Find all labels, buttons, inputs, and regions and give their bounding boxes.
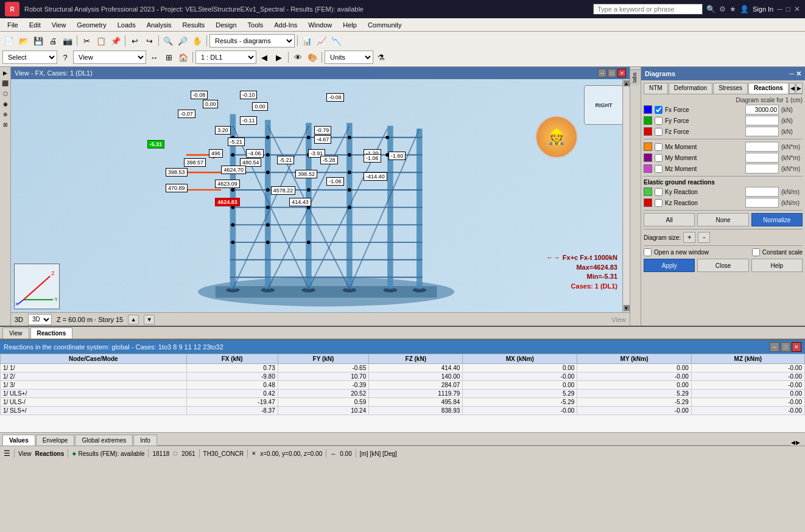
sheet-scroll-left[interactable]: ◀ <box>791 439 795 446</box>
tb-color[interactable]: 🎨 <box>306 51 319 64</box>
bottom-tab-view[interactable]: View <box>2 327 29 338</box>
tb-save[interactable]: 💾 <box>32 34 45 47</box>
fx-value-input[interactable] <box>745 105 779 114</box>
tb-screenshot[interactable]: 📷 <box>61 34 74 47</box>
menu-help[interactable]: Help <box>338 20 362 30</box>
tb-r1[interactable]: 📊 <box>300 34 314 47</box>
li-6[interactable]: ⊞ <box>1 120 10 130</box>
tb-zoom-in[interactable]: 🔍 <box>161 34 175 47</box>
tabs-label[interactable]: tabs <box>630 69 641 85</box>
fy-checkbox[interactable] <box>655 117 663 125</box>
minimize-btn[interactable]: ─ <box>777 5 782 13</box>
reactions-minimize-btn[interactable]: ─ <box>770 342 779 352</box>
apply-button[interactable]: Apply <box>644 259 695 272</box>
kz-checkbox[interactable] <box>655 199 663 207</box>
fy-value-input[interactable] <box>745 116 779 125</box>
tab-reactions[interactable]: Reactions <box>748 83 789 94</box>
mx-checkbox[interactable] <box>655 143 663 151</box>
menu-design[interactable]: Design <box>211 20 241 30</box>
my-value-input[interactable] <box>745 153 779 163</box>
tb-print[interactable]: 🖨 <box>46 34 60 47</box>
open-new-window-checkbox[interactable] <box>644 248 652 256</box>
maximize-btn[interactable]: □ <box>786 5 790 13</box>
li-2[interactable]: ⬛ <box>1 79 10 88</box>
view-minimize-btn[interactable]: ─ <box>598 69 606 77</box>
menu-window[interactable]: Window <box>303 20 337 30</box>
tb-help[interactable]: ? <box>58 51 72 64</box>
bottom-tab-reactions[interactable]: Reactions <box>30 327 73 338</box>
all-button[interactable]: All <box>644 213 695 226</box>
kz-value-input[interactable] <box>745 198 779 208</box>
tb-r2[interactable]: 📈 <box>315 34 328 47</box>
ky-value-input[interactable] <box>745 187 779 197</box>
view-maximize-btn[interactable]: □ <box>608 69 616 77</box>
constant-scale-checkbox[interactable] <box>752 248 760 256</box>
fx-checkbox[interactable] <box>655 106 663 114</box>
diag-minimize-btn[interactable]: ─ <box>789 70 794 78</box>
mz-checkbox[interactable] <box>655 165 663 173</box>
view-close-btn[interactable]: ✕ <box>617 69 626 77</box>
tb-redo[interactable]: ↪ <box>142 34 156 47</box>
menu-analysis[interactable]: Analysis <box>142 20 177 30</box>
menu-geometry[interactable]: Geometry <box>72 20 111 30</box>
fz-value-input[interactable] <box>745 127 779 136</box>
normalize-button[interactable]: Normalize <box>751 213 803 226</box>
tb-undo[interactable]: ↩ <box>128 34 141 47</box>
li-5[interactable]: ⊕ <box>1 110 10 119</box>
sheet-tab-envelope[interactable]: Envelope <box>36 435 75 446</box>
menu-edit[interactable]: Edit <box>24 20 46 30</box>
view-cube[interactable]: RIGHT <box>584 85 624 125</box>
sheet-tab-values[interactable]: Values <box>2 435 35 446</box>
search-input[interactable] <box>593 4 703 15</box>
tab-ntm[interactable]: NTM <box>644 83 668 94</box>
menu-file[interactable]: File <box>2 20 23 30</box>
ky-checkbox[interactable] <box>655 188 663 196</box>
mz-value-input[interactable] <box>745 164 779 173</box>
my-checkbox[interactable] <box>655 154 663 162</box>
canvas-vscrollbar[interactable]: ▲ ▼ <box>622 79 630 312</box>
fz-checkbox[interactable] <box>655 128 663 136</box>
li-3[interactable]: ⬡ <box>1 89 10 99</box>
tb-pan[interactable]: ✋ <box>191 34 204 47</box>
tb-copy[interactable]: 📋 <box>94 34 108 47</box>
view-mode-select[interactable]: 3D <box>28 314 52 325</box>
scroll-up-btn[interactable]: ▲ <box>128 315 139 324</box>
tb-case-prev[interactable]: ◀ <box>258 51 271 64</box>
size-minus-btn[interactable]: - <box>698 232 710 243</box>
close-btn[interactable]: ✕ <box>794 5 800 13</box>
tb-v3[interactable]: 🏠 <box>177 51 190 64</box>
menu-loads[interactable]: Loads <box>113 20 141 30</box>
tb-paste[interactable]: 📌 <box>109 34 122 47</box>
tb-open[interactable]: 📂 <box>17 34 30 47</box>
diag-close-btn[interactable]: ✕ <box>796 70 801 78</box>
reactions-close-btn[interactable]: ✕ <box>792 342 801 352</box>
menu-community[interactable]: Community <box>363 20 407 30</box>
menu-results[interactable]: Results <box>178 20 210 30</box>
tb-new[interactable]: 📄 <box>2 34 16 47</box>
tb-r3[interactable]: 📉 <box>329 34 343 47</box>
menu-tools[interactable]: Tools <box>243 20 269 30</box>
close-button[interactable]: Close <box>697 259 748 272</box>
li-4[interactable]: ◉ <box>1 99 10 109</box>
unit-dropdown[interactable]: Units <box>325 51 373 64</box>
signin-label[interactable]: Sign In <box>753 5 773 13</box>
tb-case-next[interactable]: ▶ <box>272 51 286 64</box>
menu-view[interactable]: View <box>47 20 71 30</box>
tb-zoom-out[interactable]: 🔎 <box>176 34 189 47</box>
selection-dropdown[interactable]: Select <box>2 51 57 64</box>
tb-v2[interactable]: ⊞ <box>162 51 175 64</box>
tb-filter[interactable]: ⚗ <box>374 51 388 64</box>
status-menu-icon[interactable]: ☰ <box>4 449 10 458</box>
view-dropdown[interactable]: View <box>73 51 146 64</box>
tb-cut[interactable]: ✂ <box>80 34 93 47</box>
sheet-tab-info[interactable]: Info <box>133 435 157 446</box>
tab-deformation[interactable]: Deformation <box>669 83 712 94</box>
size-plus-btn[interactable]: + <box>683 232 695 243</box>
tb-display-mode[interactable]: 👁 <box>291 51 304 64</box>
reactions-restore-btn[interactable]: □ <box>781 342 790 352</box>
li-1[interactable]: ▶ <box>1 68 10 78</box>
tab-next[interactable]: ▶ <box>796 83 803 94</box>
tab-stresses[interactable]: Stresses <box>713 83 748 94</box>
results-dropdown[interactable]: Results - diagrams <box>209 34 295 47</box>
none-button[interactable]: None <box>697 213 748 226</box>
